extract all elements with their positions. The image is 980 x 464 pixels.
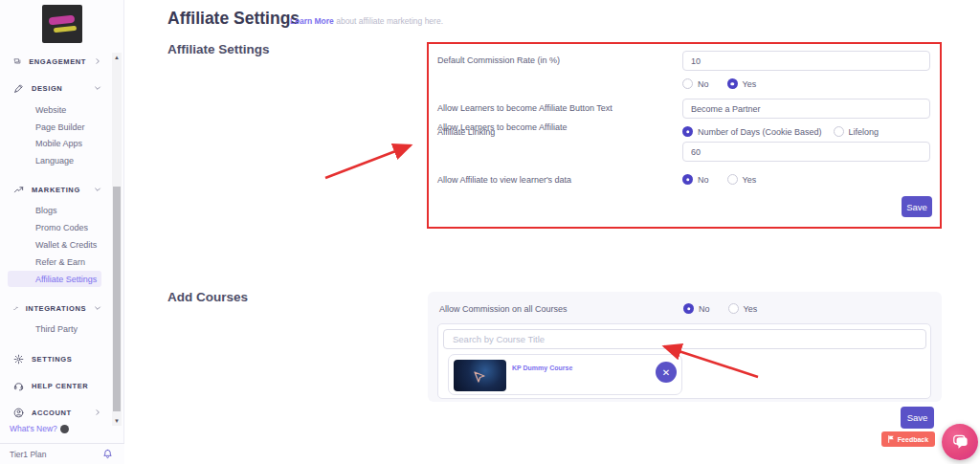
affiliate-linking-label: Affiliate Linking [437, 127, 495, 137]
brand-logo[interactable] [42, 5, 82, 43]
logo-mark-yellow [54, 26, 77, 33]
whats-new-link[interactable]: What's New? [10, 424, 69, 433]
user-icon [13, 408, 24, 418]
chat-bubbles-icon [951, 433, 969, 451]
sidebar: ENGAGEMENT DESIGN Website Page Builder M… [0, 0, 124, 464]
radio-no-label[interactable]: No [698, 175, 709, 185]
radio-yes-label[interactable]: Yes [743, 79, 757, 89]
sidebar-item-label: ACCOUNT [32, 409, 72, 417]
logo-mark-pink [49, 15, 76, 26]
sidebar-item-mobile-apps[interactable]: Mobile Apps [0, 136, 113, 150]
sidebar-item-page-builder[interactable]: Page Builder [0, 120, 113, 134]
whats-new-label: What's New? [10, 424, 57, 433]
course-search-input[interactable] [443, 329, 926, 349]
radio-no[interactable] [682, 78, 693, 89]
arrow-to-settings [325, 145, 411, 178]
radio-yes-label[interactable]: Yes [744, 304, 758, 314]
whats-new-badge [60, 425, 69, 433]
sidebar-item-marketing[interactable]: MARKETING [0, 182, 113, 197]
learn-more-suffix: about affiliate marketing here. [334, 16, 443, 26]
remove-course-button[interactable]: ✕ [656, 362, 677, 383]
radio-lifelong-label[interactable]: Lifelong [849, 127, 880, 137]
sidebar-item-engagement[interactable]: ENGAGEMENT [0, 54, 113, 69]
sidebar-item-settings[interactable]: SETTINGS [0, 351, 113, 366]
affiliate-settings-form: Default Commission Rate (in %) Allow Lea… [427, 42, 942, 229]
course-title[interactable]: KP Dummy Course [512, 365, 572, 371]
plan-label: Tier1 Plan [10, 450, 46, 459]
sidebar-item-label: INTEGRATIONS [26, 304, 86, 313]
view-learner-data-radio-group: No Yes [682, 174, 756, 185]
sidebar-item-account[interactable]: ACCOUNT [0, 405, 113, 420]
commission-rate-input[interactable] [682, 51, 930, 71]
bell-icon[interactable] [102, 449, 113, 459]
chevron-right-icon [94, 409, 101, 416]
all-courses-label: Allow Commission on all Courses [439, 304, 568, 314]
radio-no-label[interactable]: No [699, 304, 710, 314]
sidebar-item-label: DESIGN [32, 84, 62, 93]
add-courses-panel: Allow Commission on all Courses No Yes K… [428, 292, 942, 402]
feedback-button[interactable]: Feedback [881, 431, 935, 447]
sidebar-item-refer-earn[interactable]: Refer & Earn [0, 254, 113, 269]
chat-widget-button[interactable] [942, 424, 978, 460]
radio-lifelong[interactable] [834, 126, 844, 137]
sidebar-scrollbar-thumb[interactable] [113, 187, 121, 411]
sidebar-item-label: Blogs [35, 206, 57, 215]
radio-no[interactable] [682, 174, 693, 185]
radio-no-label[interactable]: No [698, 79, 709, 89]
page-title: Affiliate Settings [167, 9, 300, 29]
sidebar-item-label: ENGAGEMENT [29, 57, 86, 66]
save-courses-button[interactable]: Save [901, 407, 934, 429]
sidebar-item-label: Language [35, 156, 74, 166]
radio-yes[interactable] [727, 174, 738, 185]
radio-yes[interactable] [727, 78, 738, 89]
sidebar-item-affiliate-settings[interactable]: Affiliate Settings [8, 271, 101, 287]
sidebar-item-help-center[interactable]: HELP CENTER [0, 378, 113, 393]
feedback-label: Feedback [898, 436, 928, 443]
sidebar-item-website[interactable]: Website [0, 102, 113, 117]
sidebar-item-promo-codes[interactable]: Promo Codes [0, 220, 113, 234]
button-text-input[interactable] [682, 99, 930, 119]
sidebar-item-label: Promo Codes [35, 223, 88, 232]
headset-icon [13, 381, 24, 391]
chevron-right-icon [94, 57, 101, 65]
radio-number-of-days[interactable] [682, 126, 693, 137]
scroll-down-icon[interactable]: ▼ [112, 416, 122, 426]
scroll-up-icon[interactable]: ▲ [112, 53, 122, 62]
radio-number-of-days-label[interactable]: Number of Days (Cookie Based) [698, 127, 822, 137]
chevron-down-icon [94, 84, 101, 92]
cursor-sketch-icon [473, 371, 486, 387]
affiliate-settings-heading: Affiliate Settings [167, 42, 270, 56]
become-affiliate-radio-group: No Yes [682, 78, 756, 89]
radio-yes-label[interactable]: Yes [743, 175, 757, 185]
affiliate-linking-radio-group: Number of Days (Cookie Based) Lifelong [682, 126, 879, 137]
learn-more-link[interactable]: Learn More [290, 16, 334, 26]
integrations-icon [13, 303, 18, 314]
sidebar-item-label: Page Builder [35, 122, 85, 132]
all-courses-radio-group: No Yes [683, 303, 757, 314]
sidebar-item-integrations[interactable]: INTEGRATIONS [0, 300, 113, 316]
radio-yes[interactable] [728, 303, 739, 314]
course-search-card: KP Dummy Course ✕ [437, 323, 931, 399]
chevron-down-icon [94, 186, 101, 193]
sidebar-item-label: Website [35, 105, 66, 115]
gear-icon [13, 354, 24, 365]
sidebar-item-language[interactable]: Language [0, 153, 113, 167]
sidebar-item-label: Refer & Earn [35, 257, 85, 267]
radio-no[interactable] [683, 303, 694, 314]
flag-icon [888, 435, 895, 443]
chevron-down-icon [94, 304, 101, 312]
sidebar-item-blogs[interactable]: Blogs [0, 203, 113, 217]
save-button[interactable]: Save [902, 196, 932, 217]
sidebar-item-design[interactable]: DESIGN [0, 80, 113, 96]
cookie-days-input[interactable] [682, 142, 930, 162]
sidebar-item-label: Third Party [35, 324, 78, 334]
sidebar-item-label: Wallet & Credits [35, 240, 97, 250]
sidebar-item-wallet-credits[interactable]: Wallet & Credits [0, 237, 113, 252]
commission-rate-label: Default Commission Rate (in %) [437, 55, 560, 65]
sidebar-item-label: MARKETING [32, 186, 80, 194]
sidebar-item-third-party[interactable]: Third Party [0, 321, 113, 336]
sidebar-scrollbar[interactable]: ▲ ▼ [112, 53, 122, 426]
add-courses-heading: Add Courses [167, 290, 248, 304]
learn-more-line: Learn More about affiliate marketing her… [290, 16, 443, 26]
button-text-label: Allow Learners to become Affiliate Butto… [437, 103, 612, 113]
